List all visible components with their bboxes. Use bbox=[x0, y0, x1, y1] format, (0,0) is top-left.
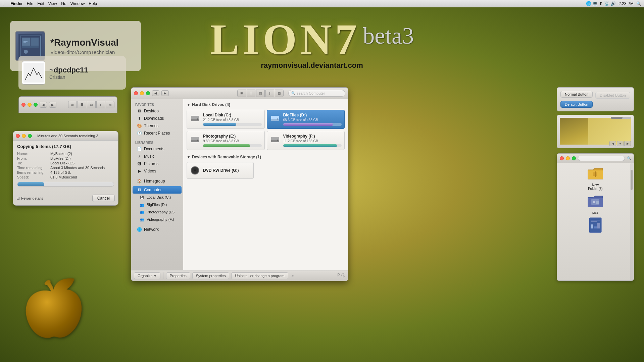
copy-close-btn[interactable] bbox=[16, 134, 20, 138]
file-item-new-folder[interactable]: NewFolder (3) bbox=[560, 166, 631, 191]
drive-photography[interactable]: Photography (E:) 9.89 GB free of 48.8 GB bbox=[187, 131, 265, 150]
organize-arrow: ▼ bbox=[154, 274, 157, 278]
sidebar-homegroup-label: Homegroup bbox=[144, 179, 165, 184]
organize-button[interactable]: Organize ▼ bbox=[134, 272, 160, 279]
drive-local-disk-name: Local Disk (C:) bbox=[203, 113, 262, 117]
menu-edit[interactable]: Edit bbox=[37, 1, 44, 6]
disabled-button: Disabled Button bbox=[595, 92, 630, 99]
svg-rect-8 bbox=[23, 63, 44, 83]
menu-file[interactable]: File bbox=[27, 1, 33, 6]
dvd-drive-info: DVD RW Drive (G:) bbox=[203, 168, 251, 173]
toolbar-p-btn[interactable]: P bbox=[337, 273, 340, 278]
file-panel-scrollbar[interactable] bbox=[630, 163, 633, 280]
finder-body: Favorites 🖥 Desktop ⬇ Downloads 🎨 Themes… bbox=[131, 99, 348, 270]
mini-view-grid[interactable]: ⊞ bbox=[68, 101, 77, 108]
sidebar-item-photography[interactable]: 👥 Photography (E:) bbox=[133, 208, 182, 216]
sidebar-item-videos[interactable]: ▶ Videos bbox=[133, 167, 182, 175]
finder-minimize-btn[interactable] bbox=[140, 91, 144, 95]
sidebar-item-network[interactable]: 🌐 Network bbox=[133, 226, 182, 233]
photo-dropdown-btn[interactable]: ▼ bbox=[617, 141, 624, 146]
view-list-btn[interactable]: ☰ bbox=[247, 90, 255, 97]
uninstall-button[interactable]: Uninstall or change a program bbox=[231, 272, 288, 279]
mini-forward-btn[interactable]: ▶ bbox=[49, 102, 56, 108]
sidebar-item-music[interactable]: ♪ Music bbox=[133, 153, 182, 160]
view-col-btn[interactable]: ⫿ bbox=[265, 90, 274, 97]
mini-view-col[interactable]: ⫿ bbox=[96, 101, 105, 108]
menu-help[interactable]: Help bbox=[89, 1, 97, 6]
copy-from-label: From: bbox=[17, 156, 49, 160]
svg-point-11 bbox=[197, 118, 198, 120]
finder-search-bar[interactable]: 🔍 search Computer bbox=[288, 90, 345, 97]
view-grid-btn[interactable]: ⊞ bbox=[237, 90, 246, 97]
organize-label: Organize bbox=[138, 274, 153, 278]
drive-local-disk-fill bbox=[203, 123, 236, 126]
removable-arrow-icon: ▼ bbox=[187, 155, 191, 159]
sidebar-item-pictures[interactable]: 🖼 Pictures bbox=[133, 160, 182, 167]
fewer-details-btn[interactable]: ☑ Fewer details bbox=[16, 196, 43, 201]
mini-view-detail[interactable]: ▤ bbox=[87, 101, 96, 108]
photo-next-btn[interactable]: ▶ bbox=[624, 141, 631, 146]
file-panel-close[interactable] bbox=[560, 156, 564, 160]
mini-view-cover[interactable]: ▧ bbox=[106, 101, 114, 108]
sidebar-item-computer[interactable]: 🖥 Computer bbox=[133, 186, 182, 194]
mini-view-list[interactable]: ☰ bbox=[78, 101, 86, 108]
photo-prev-btn[interactable]: ◀ bbox=[609, 141, 616, 146]
sidebar-item-recent[interactable]: 🕐 Recent Places bbox=[133, 130, 182, 137]
sidebar-item-documents[interactable]: 📄 Documents bbox=[133, 145, 182, 153]
menu-window[interactable]: Window bbox=[70, 1, 85, 6]
menu-go[interactable]: Go bbox=[61, 1, 66, 6]
copy-time-label: Time remaining: bbox=[17, 166, 49, 170]
view-cover-btn[interactable]: ▧ bbox=[275, 90, 284, 97]
drive-local-disk[interactable]: Local Disk (C:) 21.2 GB free of 48.8 GB bbox=[187, 110, 265, 129]
user1-role: VideoEditor/CompTechnician bbox=[50, 49, 118, 55]
sidebar-item-themes[interactable]: 🎨 Themes bbox=[133, 122, 182, 130]
file-panel-minimize[interactable] bbox=[566, 156, 570, 160]
drive-bigfiles[interactable]: BigFiles (D:) 68.6 GB free of 465 GB bbox=[267, 110, 345, 129]
sidebar-favorites-label: Favorites bbox=[131, 102, 183, 107]
drive-bigfiles-space: 68.6 GB free of 465 GB bbox=[283, 118, 342, 122]
svg-rect-10 bbox=[191, 116, 199, 119]
sidebar-item-bigfiles[interactable]: 👥 BigFiles (D:) bbox=[133, 201, 182, 208]
sidebar-documents-label: Documents bbox=[144, 147, 164, 151]
file-panel-scrollbar-thumb[interactable] bbox=[631, 170, 633, 190]
file-item-chart[interactable] bbox=[560, 217, 631, 235]
drive-videography[interactable]: Videography (F:) 11.2 GB free of 135 GB bbox=[267, 131, 345, 150]
local-disk-icon: 💾 bbox=[139, 195, 145, 200]
network-icon: 🌐 bbox=[137, 227, 142, 232]
menu-view[interactable]: View bbox=[48, 1, 57, 6]
default-button[interactable]: Default Button bbox=[560, 101, 593, 108]
sidebar-item-desktop[interactable]: 🖥 Desktop bbox=[133, 107, 182, 115]
apple-menu-icon[interactable]:  bbox=[3, 1, 4, 6]
finder-toolbar: Organize ▼ Properties System properties … bbox=[131, 270, 348, 281]
copy-heading: Copying 5 items (17.7 GB) bbox=[17, 144, 114, 149]
sidebar-item-downloads[interactable]: ⬇ Downloads bbox=[133, 115, 182, 122]
copy-items-value: 4,135 of GB: bbox=[50, 170, 71, 174]
finder-maximize-btn[interactable] bbox=[146, 91, 150, 95]
mini-minimize-btn[interactable] bbox=[28, 103, 32, 107]
file-panel-maximize[interactable] bbox=[572, 156, 576, 160]
toolbar-more-btn[interactable]: » bbox=[290, 273, 295, 279]
finder-back-btn[interactable]: ◀ bbox=[152, 90, 159, 96]
finder-forward-btn[interactable]: ▶ bbox=[161, 90, 169, 96]
properties-button[interactable]: Properties bbox=[166, 272, 190, 279]
menu-finder[interactable]: Finder bbox=[10, 1, 23, 6]
copy-cancel-button[interactable]: Cancel bbox=[92, 195, 115, 202]
file-panel-search-input[interactable] bbox=[578, 156, 625, 161]
finder-close-btn[interactable] bbox=[134, 91, 138, 95]
menubar-search-icon[interactable]: 🔍 bbox=[636, 1, 641, 6]
svg-rect-26 bbox=[600, 118, 631, 145]
view-detail-btn[interactable]: ▤ bbox=[256, 90, 265, 97]
mini-back-btn[interactable]: ◀ bbox=[40, 102, 47, 108]
file-item-pics[interactable]: pics bbox=[560, 193, 631, 214]
sidebar-item-videography[interactable]: 👥 Videography (F:) bbox=[133, 216, 182, 223]
sidebar-item-local-disk[interactable]: 💾 Local Disk (C:) bbox=[133, 194, 182, 201]
copy-maximize-btn[interactable] bbox=[28, 134, 32, 138]
mini-close-btn[interactable] bbox=[21, 103, 26, 107]
copy-minimize-btn[interactable] bbox=[22, 134, 26, 138]
normal-button[interactable]: Normal Button bbox=[560, 91, 593, 98]
system-properties-button[interactable]: System properties bbox=[192, 272, 230, 279]
toolbar-info-btn[interactable]: ⓘ bbox=[341, 273, 345, 278]
dvd-drive-item[interactable]: DVD RW Drive (G:) bbox=[187, 162, 254, 179]
sidebar-item-homegroup[interactable]: 🏠 Homegroup bbox=[133, 177, 182, 185]
mini-maximize-btn[interactable] bbox=[34, 103, 38, 107]
